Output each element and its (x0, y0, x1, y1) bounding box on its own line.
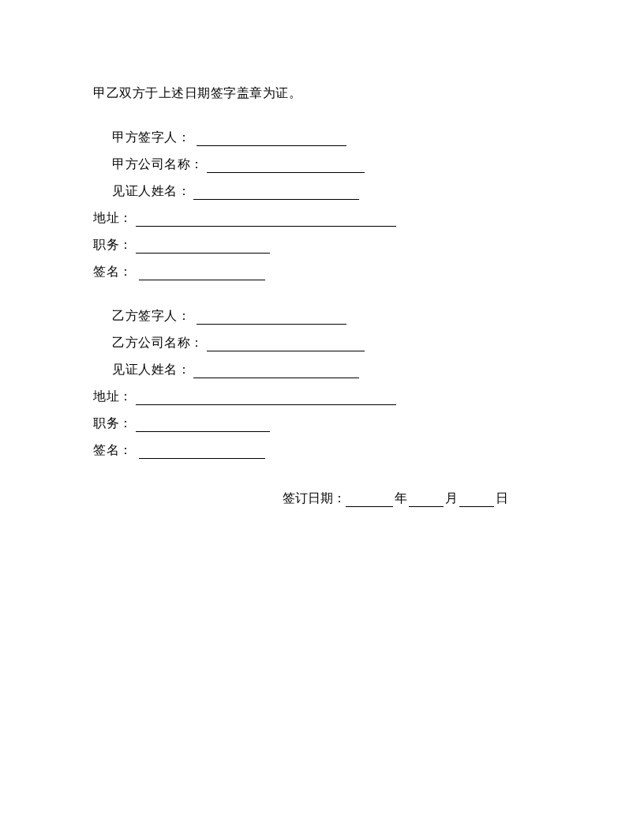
party-b-signature-line[interactable] (139, 445, 265, 459)
signing-date-label: 签订日期： (283, 490, 346, 507)
party-b-signer-label: 乙方签字人： (112, 308, 190, 325)
party-a-witness-line[interactable] (193, 186, 359, 200)
party-a-signer-row: 甲方签字人： (112, 127, 557, 146)
party-a-signature-row: 签名： (93, 261, 557, 280)
party-b-company-label: 乙方公司名称： (112, 335, 204, 351)
party-a-address-line[interactable] (136, 212, 396, 227)
party-a-address-row: 地址： (93, 208, 557, 227)
party-a-company-label: 甲方公司名称： (112, 156, 204, 173)
party-a-witness-label: 见证人姓名： (112, 183, 190, 200)
party-b-witness-line[interactable] (193, 364, 359, 378)
party-b-signature-row: 签名： (93, 440, 557, 459)
party-b-position-row: 职务： (93, 413, 557, 432)
party-a-position-row: 职务： (93, 235, 557, 254)
party-b-block: 乙方签字人： 乙方公司名称： 见证人姓名： 地址： 职务： 签名： (93, 306, 557, 459)
signing-date-row: 签订日期： 年 月 日 (93, 490, 557, 507)
day-line[interactable] (459, 493, 494, 507)
party-b-witness-label: 见证人姓名： (112, 362, 190, 378)
month-line[interactable] (409, 493, 444, 507)
party-a-signature-line[interactable] (139, 266, 265, 280)
party-a-signer-label: 甲方签字人： (112, 130, 190, 146)
month-unit: 月 (445, 490, 458, 507)
party-b-witness-row: 见证人姓名： (112, 359, 557, 378)
party-a-block: 甲方签字人： 甲方公司名称： 见证人姓名： 地址： 职务： 签名： (93, 127, 557, 280)
year-unit: 年 (395, 490, 407, 507)
party-b-address-line[interactable] (136, 391, 396, 405)
party-b-company-line[interactable] (207, 337, 365, 351)
party-b-signer-row: 乙方签字人： (112, 306, 557, 325)
party-b-address-row: 地址： (93, 386, 557, 405)
party-a-address-label: 地址： (93, 210, 133, 227)
party-a-signer-line[interactable] (197, 132, 346, 146)
party-b-signer-line[interactable] (197, 310, 346, 325)
page-content: 甲乙双方于上述日期签字盖章为证。 甲方签字人： 甲方公司名称： 见证人姓名： 地… (0, 0, 644, 507)
party-b-address-label: 地址： (93, 389, 133, 405)
intro-text: 甲乙双方于上述日期签字盖章为证。 (93, 85, 557, 102)
party-a-company-line[interactable] (207, 159, 365, 173)
day-unit: 日 (496, 490, 508, 507)
party-a-position-line[interactable] (136, 239, 270, 254)
party-b-company-row: 乙方公司名称： (112, 332, 557, 351)
party-a-witness-row: 见证人姓名： (112, 181, 557, 200)
party-a-signature-label: 签名： (93, 264, 133, 280)
party-b-position-label: 职务： (93, 415, 133, 432)
party-a-position-label: 职务： (93, 237, 133, 254)
party-b-position-line[interactable] (136, 418, 270, 432)
year-line[interactable] (346, 493, 393, 507)
party-b-signature-label: 签名： (93, 442, 133, 459)
party-a-company-row: 甲方公司名称： (112, 154, 557, 173)
